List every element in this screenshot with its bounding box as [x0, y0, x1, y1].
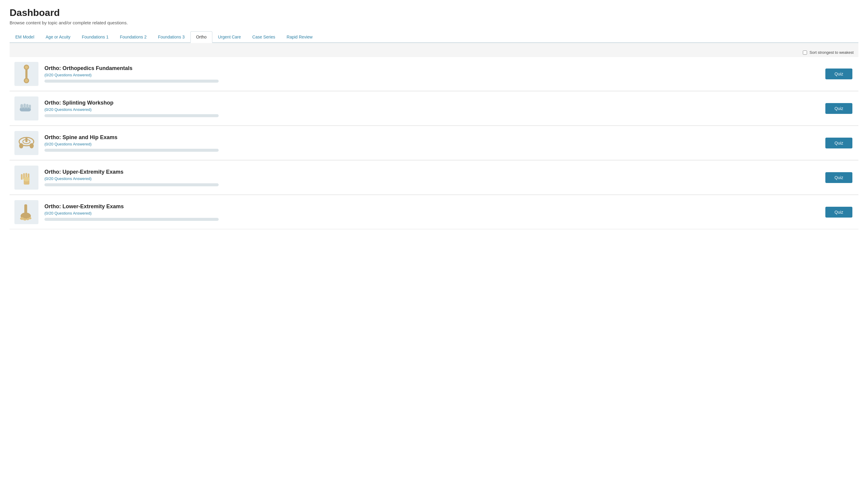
courses-list: Ortho: Orthopedics Fundamentals (0/20 Qu… [10, 57, 858, 229]
svg-rect-6 [21, 104, 23, 109]
svg-point-24 [23, 218, 26, 221]
course-info-ortho-lower-extremity: Ortho: Lower-Extremity Exams (0/20 Quest… [44, 203, 819, 221]
svg-point-20 [24, 177, 30, 181]
content-area: Sort strongest to weakest Ortho: Orthope… [10, 43, 858, 229]
course-card-ortho-splinting: Ortho: Splinting Workshop (0/20 Question… [10, 92, 858, 125]
course-info-ortho-fundamentals: Ortho: Orthopedics Fundamentals (0/20 Qu… [44, 65, 819, 83]
tab-ortho[interactable]: Ortho [190, 31, 212, 43]
progress-bar-bg-ortho-lower-extremity [44, 218, 219, 221]
course-card-ortho-upper-extremity: Ortho: Upper-Extremity Exams (0/20 Quest… [10, 161, 858, 195]
course-card-ortho-spine-hip: Ortho: Spine and Hip Exams (0/20 Questio… [10, 126, 858, 160]
course-card-ortho-fundamentals: Ortho: Orthopedics Fundamentals (0/20 Qu… [10, 57, 858, 91]
page-title: Dashboard [10, 7, 858, 18]
course-questions-ortho-spine-hip: (0/20 Questions Answered) [44, 142, 819, 146]
course-title-ortho-upper-extremity: Ortho: Upper-Extremity Exams [44, 169, 819, 175]
svg-rect-1 [25, 67, 27, 79]
quiz-button-ortho-splinting[interactable]: Quiz [825, 103, 852, 114]
course-info-ortho-splinting: Ortho: Splinting Workshop (0/20 Question… [44, 100, 819, 117]
tab-foundations-2[interactable]: Foundations 2 [114, 31, 152, 43]
course-card-ortho-lower-extremity: Ortho: Lower-Extremity Exams (0/20 Quest… [10, 195, 858, 229]
tab-nav: EM ModelAge or AcuityFoundations 1Founda… [10, 31, 858, 42]
course-title-ortho-spine-hip: Ortho: Spine and Hip Exams [44, 134, 819, 141]
svg-point-4 [25, 79, 28, 82]
course-thumb-ortho-fundamentals [14, 62, 38, 86]
sort-bar: Sort strongest to weakest [10, 48, 858, 57]
svg-point-14 [29, 143, 34, 148]
course-thumb-ortho-spine-hip [14, 131, 38, 155]
course-questions-ortho-lower-extremity: (0/20 Questions Answered) [44, 211, 819, 215]
tab-rapid-review[interactable]: Rapid Review [281, 31, 318, 43]
course-info-ortho-spine-hip: Ortho: Spine and Hip Exams (0/20 Questio… [44, 134, 819, 152]
quiz-button-ortho-lower-extremity[interactable]: Quiz [825, 207, 852, 218]
svg-rect-16 [21, 174, 23, 180]
svg-rect-12 [26, 137, 28, 142]
quiz-button-ortho-fundamentals[interactable]: Quiz [825, 68, 852, 79]
course-questions-ortho-splinting: (0/20 Questions Answered) [44, 107, 819, 112]
svg-rect-9 [29, 105, 31, 109]
course-thumb-ortho-lower-extremity [14, 200, 38, 224]
course-info-ortho-upper-extremity: Ortho: Upper-Extremity Exams (0/20 Quest… [44, 169, 819, 186]
sort-label[interactable]: Sort strongest to weakest [809, 50, 854, 55]
tab-em-model[interactable]: EM Model [10, 31, 40, 43]
progress-bar-bg-ortho-spine-hip [44, 149, 219, 152]
course-questions-ortho-fundamentals: (0/20 Questions Answered) [44, 73, 819, 77]
quiz-button-ortho-spine-hip[interactable]: Quiz [825, 138, 852, 148]
svg-point-26 [29, 217, 31, 220]
progress-bar-bg-ortho-fundamentals [44, 80, 219, 83]
course-title-ortho-lower-extremity: Ortho: Lower-Extremity Exams [44, 203, 819, 210]
course-thumb-ortho-upper-extremity [14, 166, 38, 190]
course-questions-ortho-upper-extremity: (0/20 Questions Answered) [44, 176, 819, 181]
tab-foundations-1[interactable]: Foundations 1 [76, 31, 115, 43]
progress-bar-bg-ortho-splinting [44, 114, 219, 117]
tab-urgent-care[interactable]: Urgent Care [212, 31, 247, 43]
course-thumb-ortho-splinting [14, 96, 38, 120]
svg-rect-8 [26, 104, 28, 109]
tab-age-or-acuity[interactable]: Age or Acuity [40, 31, 76, 43]
tab-foundations-3[interactable]: Foundations 3 [152, 31, 190, 43]
sort-checkbox[interactable] [803, 51, 807, 55]
tab-case-series[interactable]: Case Series [247, 31, 281, 43]
quiz-button-ortho-upper-extremity[interactable]: Quiz [825, 172, 852, 183]
page-subtitle: Browse content by topic and/or complete … [10, 20, 858, 25]
svg-rect-7 [24, 104, 26, 109]
svg-point-13 [19, 143, 24, 148]
course-title-ortho-fundamentals: Ortho: Orthopedics Fundamentals [44, 65, 819, 71]
course-title-ortho-splinting: Ortho: Splinting Workshop [44, 100, 819, 106]
svg-point-3 [25, 66, 28, 69]
progress-bar-bg-ortho-upper-extremity [44, 183, 219, 186]
